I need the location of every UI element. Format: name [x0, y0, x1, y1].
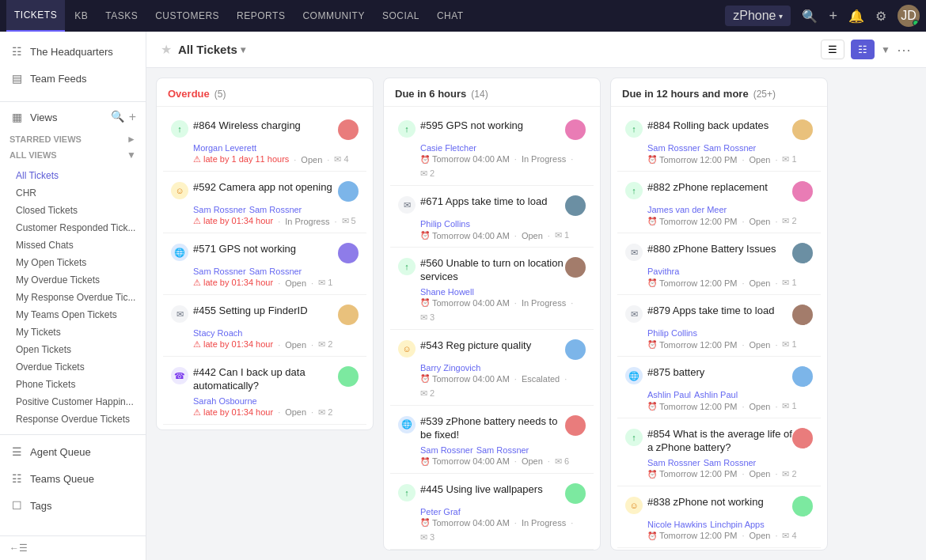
- ticket-card-838[interactable]: ☺ #838 zPhone not working Nicole Hawkins…: [617, 488, 821, 548]
- ticket-avatar: [792, 243, 813, 263]
- agent-name[interactable]: Stacy Roach: [193, 328, 242, 338]
- agent-name[interactable]: Ashlin Paul: [694, 390, 738, 399]
- agent-name[interactable]: Casie Fletcher: [420, 143, 476, 153]
- search-icon[interactable]: 🔍: [802, 9, 818, 24]
- agent-name[interactable]: Sam Rossner: [193, 205, 246, 214]
- sidebar-item-team-feeds[interactable]: ▤ Team Feeds: [0, 65, 146, 92]
- sidebar-item-headquarters[interactable]: ☷ The Headquarters: [0, 38, 146, 65]
- meta-status: Open: [522, 231, 543, 240]
- ticket-card-854[interactable]: ↑ #854 What is the average life of a zPh…: [617, 420, 821, 486]
- view-link-opentickets[interactable]: Open Tickets: [0, 341, 146, 358]
- view-link-mytickets[interactable]: My Tickets: [0, 324, 146, 341]
- view-link-chr[interactable]: CHR: [0, 184, 146, 202]
- nav-reports[interactable]: REPORTS: [229, 0, 293, 32]
- agent-name[interactable]: Pavithra: [647, 267, 679, 276]
- view-link-myresponseoverduetic...[interactable]: My Response Overdue Tic...: [0, 289, 146, 306]
- notification-icon[interactable]: 🔔: [848, 9, 864, 24]
- view-link-missedchats[interactable]: Missed Chats: [0, 236, 146, 254]
- ticket-card-560[interactable]: ↑ #560 Unable to turn on location servic…: [390, 249, 594, 330]
- ticket-card-442[interactable]: ☎ #442 Can I back up data automatically?…: [163, 358, 366, 425]
- agent-name[interactable]: Sam Rossner: [249, 267, 302, 276]
- agent-name[interactable]: Peter Graf: [420, 507, 461, 516]
- headquarters-icon: ☷: [9, 44, 24, 59]
- zphone-button[interactable]: zPhone ▾: [725, 6, 791, 26]
- all-views-caret[interactable]: ▼: [127, 149, 136, 161]
- sidebar-item-tags[interactable]: ☐ Tags: [0, 492, 146, 519]
- view-link-alltickets[interactable]: All Tickets: [0, 167, 146, 184]
- view-title[interactable]: All Tickets ▾: [178, 43, 245, 56]
- teams-queue-icon: ☷: [9, 471, 24, 486]
- agent-name[interactable]: Shane Howell: [420, 287, 474, 297]
- nav-social[interactable]: SOCIAL: [374, 0, 427, 32]
- ticket-top: ☺ #543 Reg picture quality: [398, 339, 586, 360]
- view-link-closedtickets[interactable]: Closed Tickets: [0, 202, 146, 219]
- ticket-card-595[interactable]: ↑ #595 GPS not working Casie Fletcher ⏰T…: [390, 112, 594, 186]
- ticket-card-539[interactable]: 🌐 #539 zPhone battery needs to be fixed!…: [390, 407, 594, 474]
- agent-name[interactable]: Sam Rossner: [193, 267, 246, 276]
- ticket-card-882[interactable]: ↑ #882 zPhone replacement James van der …: [617, 173, 821, 233]
- view-link-phonetickets[interactable]: Phone Tickets: [0, 376, 146, 393]
- ticket-card-571[interactable]: 🌐 #571 GPS not working Sam Rossner Sam R…: [163, 235, 366, 295]
- ticket-card-879[interactable]: ✉ #879 Apps take time to load Philip Col…: [617, 297, 821, 357]
- ticket-card-671[interactable]: ✉ #671 Apps take time to load Philip Col…: [390, 187, 594, 248]
- view-link-myopentickets[interactable]: My Open Tickets: [0, 254, 146, 271]
- sidebar-item-teams-queue[interactable]: ☷ Teams Queue: [0, 465, 146, 492]
- view-link-responseoverduetickets[interactable]: Response Overdue Tickets: [0, 411, 146, 428]
- agent-name[interactable]: Ashlin Paul: [647, 390, 691, 399]
- agent-name[interactable]: Philip Collins: [420, 219, 470, 229]
- sidebar-collapse[interactable]: ←☰: [0, 535, 146, 560]
- settings-icon[interactable]: ⚙: [875, 9, 886, 24]
- nav-chat[interactable]: CHAT: [429, 0, 472, 32]
- add-icon[interactable]: +: [829, 8, 837, 25]
- agent-name[interactable]: Philip Collins: [647, 328, 697, 338]
- agent-name[interactable]: Sam Rossner: [704, 458, 757, 467]
- teams-queue-label: Teams Queue: [30, 473, 94, 485]
- agent-name[interactable]: Linchpin Apps: [710, 520, 765, 529]
- agent-name[interactable]: Barry Zingovich: [420, 363, 480, 373]
- view-link-overduetickets[interactable]: Overdue Tickets: [0, 358, 146, 376]
- nav-tasks[interactable]: TASKS: [97, 0, 146, 32]
- ticket-card-880[interactable]: ✉ #880 zPhone Battery Issues Pavithra ⏰T…: [617, 235, 821, 295]
- agent-name[interactable]: Sam Rossner: [420, 445, 473, 455]
- agent-name[interactable]: Sam Rossner: [647, 143, 700, 153]
- nav-community[interactable]: COMMUNITY: [294, 0, 373, 32]
- agent-name[interactable]: James van der Meer: [647, 205, 727, 214]
- agent-name[interactable]: Sam Rossner: [647, 458, 700, 467]
- more-options-button[interactable]: ⋯: [897, 41, 912, 59]
- nav-customers[interactable]: CUSTOMERS: [147, 0, 227, 32]
- nav-tickets[interactable]: TICKETS: [6, 0, 65, 32]
- starred-views-caret[interactable]: ►: [127, 134, 136, 145]
- agent-name[interactable]: Sam Rossner: [249, 205, 302, 214]
- ticket-title: #571 GPS not working: [193, 243, 296, 256]
- ticket-card-445[interactable]: ↑ #445 Using live wallpapers Peter Graf …: [390, 475, 594, 550]
- ticket-card-884[interactable]: ↑ #884 Rolling back updates Sam Rossner …: [617, 112, 821, 172]
- search-views-icon[interactable]: 🔍: [111, 110, 124, 124]
- add-view-icon[interactable]: +: [129, 110, 136, 124]
- agent-name[interactable]: Nicole Hawkins: [647, 520, 707, 529]
- view-link-myteamsopentickets[interactable]: My Teams Open Tickets: [0, 306, 146, 324]
- ticket-left: 🌐 #875 battery: [625, 366, 792, 384]
- kanban-view-button[interactable]: ☷: [851, 40, 875, 59]
- sidebar-item-agent-queue[interactable]: ☰ Agent Queue: [0, 438, 146, 465]
- ticket-card-455[interactable]: ✉ #455 Setting up FinderID Stacy Roach ⚠…: [163, 297, 366, 357]
- agent-name[interactable]: Morgan Leverett: [193, 143, 256, 153]
- ticket-card-875[interactable]: 🌐 #875 battery Ashlin Paul Ashlin Paul ⏰…: [617, 358, 821, 418]
- agent-name[interactable]: Sam Rossner: [476, 445, 529, 455]
- ticket-card-864[interactable]: ↑ #864 Wireless charging Morgan Leverett…: [163, 112, 366, 172]
- ticket-card-543[interactable]: ☺ #543 Reg picture quality Barry Zingovi…: [390, 331, 594, 406]
- header-actions: ☰ ☷ ▼ ⋯: [821, 40, 912, 59]
- favorite-star-icon[interactable]: ★: [161, 42, 172, 57]
- view-link-positivecustomerhappin...[interactable]: Positive Customer Happin...: [0, 393, 146, 411]
- avatar[interactable]: JD: [898, 5, 920, 27]
- list-view-button[interactable]: ☰: [821, 40, 844, 59]
- agent-name[interactable]: Sarah Osbourne: [193, 396, 257, 406]
- agent-name[interactable]: Sam Rossner: [704, 143, 757, 153]
- view-options-caret[interactable]: ▼: [881, 44, 890, 55]
- ticket-avatar: [565, 195, 586, 216]
- view-link-myoverduetickets[interactable]: My Overdue Tickets: [0, 271, 146, 289]
- ticket-top: ✉ #671 Apps take time to load: [398, 195, 586, 216]
- nav-kb[interactable]: KB: [66, 0, 96, 32]
- ticket-card-592[interactable]: ☺ #592 Camera app not opening Sam Rossne…: [163, 173, 366, 233]
- meta-status: Open: [285, 340, 306, 350]
- view-link-customerrespondedtick...[interactable]: Customer Responded Tick...: [0, 219, 146, 236]
